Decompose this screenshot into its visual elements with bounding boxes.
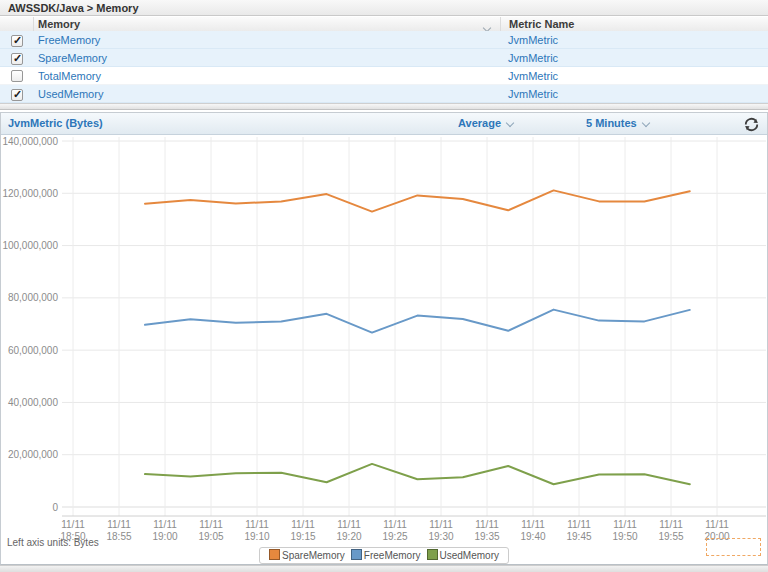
statistic-dropdown-label: Average [458,117,501,129]
panel-bottom-edge [0,565,768,572]
table-resize-handle[interactable]: •••• [0,103,768,110]
memory-column-header[interactable]: Memory [34,17,500,31]
svg-text:0: 0 [52,502,58,513]
checkbox-cell: ✓ [0,49,34,66]
svg-text:11/11: 11/11 [291,519,315,530]
checkbox-column-header [0,17,34,31]
metric-name-cell: JvmMetric [500,31,768,48]
row-checkbox[interactable]: ✓ [11,35,23,47]
breadcrumb: AWSSDK/Java > Memory [0,0,768,16]
series-line-UsedMemory [145,464,690,484]
metric-name-cell: JvmMetric [500,49,768,66]
svg-text:11/11: 11/11 [613,519,637,530]
svg-text:11/11: 11/11 [383,519,407,530]
table-row[interactable]: ✓FreeMemoryJvmMetric [0,31,768,49]
row-checkbox[interactable]: ✓ [11,89,23,101]
metric-name-column-header[interactable]: Metric Name [500,17,768,31]
svg-text:19:00: 19:00 [152,531,177,541]
series-lines [145,190,690,484]
refresh-button[interactable] [743,116,760,133]
svg-text:19:30: 19:30 [428,531,453,541]
legend-label: FreeMemory [364,550,421,561]
legend-label: SpareMemory [282,550,345,561]
legend-box: SpareMemoryFreeMemoryUsedMemory [259,547,509,564]
chart-legend: SpareMemoryFreeMemoryUsedMemory [0,545,768,564]
svg-text:11/11: 11/11 [521,519,545,530]
legend-item-SpareMemory[interactable]: SpareMemory [269,549,345,561]
memory-column-label: Memory [38,18,80,30]
svg-text:19:10: 19:10 [244,531,269,541]
legend-item-FreeMemory[interactable]: FreeMemory [351,549,421,561]
statistic-dropdown[interactable]: Average [458,113,513,134]
y-axis-labels: 020,000,00040,000,00060,000,00080,000,00… [2,136,58,513]
svg-text:19:20: 19:20 [336,531,361,541]
checkbox-cell: ✓ [0,31,34,48]
svg-text:19:15: 19:15 [290,531,315,541]
svg-text:80,000,000: 80,000,000 [8,292,58,303]
metric-dimension-link[interactable]: TotalMemory [38,70,101,82]
memory-cell: FreeMemory [34,31,500,48]
axis-units-label: Left axis units: Bytes [7,537,99,548]
svg-text:11/11: 11/11 [567,519,591,530]
x-axis-labels: 11/1118:5011/1118:5511/1119:0011/1119:05… [60,519,729,541]
chevron-down-icon [506,119,514,127]
svg-text:120,000,000: 120,000,000 [2,188,58,199]
memory-cell: UsedMemory [34,85,500,102]
svg-text:11/11: 11/11 [659,519,683,530]
refresh-icon [743,116,760,133]
metric-name-cell: JvmMetric [500,67,768,84]
chart-title: JvmMetric (Bytes) [8,113,103,134]
svg-text:11/11: 11/11 [61,519,85,530]
metric-dimension-link[interactable]: UsedMemory [38,88,103,100]
svg-text:60,000,000: 60,000,000 [8,345,58,356]
cloudwatch-metrics-screen: AWSSDK/Java > Memory Memory Metric Name … [0,0,768,572]
table-row[interactable]: TotalMemoryJvmMetric [0,67,768,85]
legend-label: UsedMemory [440,550,499,561]
svg-text:19:45: 19:45 [566,531,591,541]
period-dropdown[interactable]: 5 Minutes [586,113,649,134]
metric-name-column-label: Metric Name [509,18,574,30]
metric-name-link[interactable]: JvmMetric [508,52,558,64]
row-checkbox[interactable] [11,70,23,82]
svg-text:19:50: 19:50 [612,531,637,541]
metric-name-link[interactable]: JvmMetric [508,34,558,46]
metric-dimension-link[interactable]: SpareMemory [38,52,107,64]
svg-text:18:55: 18:55 [106,531,131,541]
row-checkbox[interactable]: ✓ [11,53,23,65]
checkbox-cell [0,67,34,84]
legend-swatch-icon [351,549,362,560]
metric-table-rows: ✓FreeMemoryJvmMetric✓SpareMemoryJvmMetri… [0,31,768,103]
svg-text:19:25: 19:25 [382,531,407,541]
svg-text:11/11: 11/11 [153,519,177,530]
svg-text:11/11: 11/11 [705,519,729,530]
period-dropdown-label: 5 Minutes [586,117,637,129]
gridlines [62,137,766,516]
svg-text:19:55: 19:55 [658,531,683,541]
svg-text:11/11: 11/11 [245,519,269,530]
svg-text:11/11: 11/11 [107,519,131,530]
memory-cell: TotalMemory [34,67,500,84]
svg-text:11/11: 11/11 [199,519,223,530]
table-row[interactable]: ✓UsedMemoryJvmMetric [0,85,768,103]
chart-header: JvmMetric (Bytes) Average 5 Minutes [0,112,768,135]
metric-name-link[interactable]: JvmMetric [508,88,558,100]
svg-text:19:40: 19:40 [520,531,545,541]
svg-text:20,000,000: 20,000,000 [8,449,58,460]
memory-cell: SpareMemory [34,49,500,66]
svg-text:11/11: 11/11 [475,519,499,530]
pending-datapoint-region [706,538,761,556]
legend-swatch-icon [269,549,280,560]
series-line-FreeMemory [145,310,690,333]
metric-dimension-link[interactable]: FreeMemory [38,34,100,46]
checkbox-cell: ✓ [0,85,34,102]
legend-item-UsedMemory[interactable]: UsedMemory [427,549,499,561]
svg-text:11/11: 11/11 [429,519,453,530]
table-row[interactable]: ✓SpareMemoryJvmMetric [0,49,768,67]
metric-name-link[interactable]: JvmMetric [508,70,558,82]
legend-swatch-icon [427,549,438,560]
table-header: Memory Metric Name [0,17,768,32]
chart-plot-area: 020,000,00040,000,00060,000,00080,000,00… [0,135,768,541]
svg-text:11/11: 11/11 [337,519,361,530]
svg-text:100,000,000: 100,000,000 [2,240,58,251]
metric-name-cell: JvmMetric [500,85,768,102]
